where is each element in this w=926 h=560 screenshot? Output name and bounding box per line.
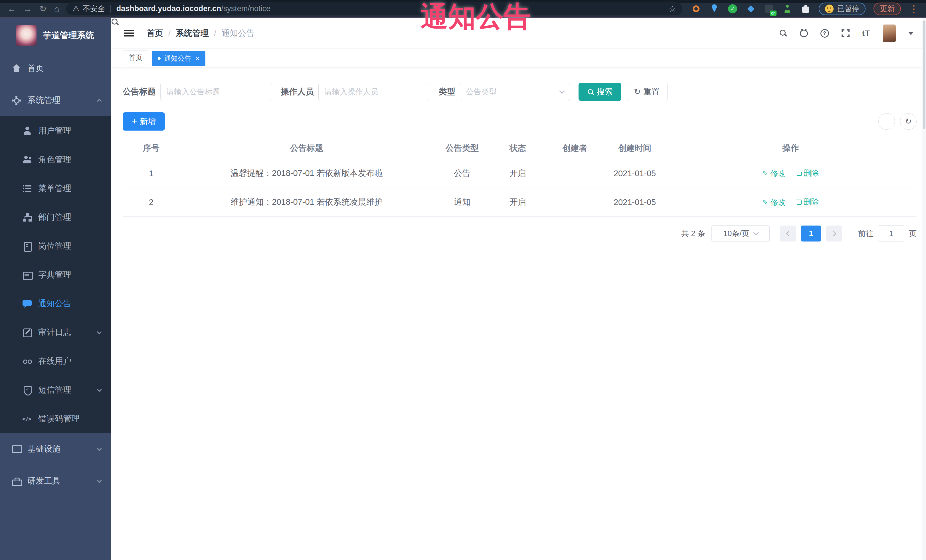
main-content: 首页 / 系统管理 / 通知公告 首页 通知公告 bbox=[111, 18, 926, 560]
search-icon[interactable] bbox=[779, 29, 787, 37]
github-icon[interactable] bbox=[800, 30, 808, 37]
sidebar-item-label: 审计日志 bbox=[38, 327, 71, 338]
tab-close-icon[interactable] bbox=[195, 55, 200, 62]
column-header: 状态 bbox=[491, 143, 545, 154]
breadcrumb-current: 通知公告 bbox=[221, 28, 254, 39]
next-page-button[interactable] bbox=[826, 225, 842, 242]
fullscreen-icon[interactable] bbox=[841, 29, 850, 37]
refresh-table-button[interactable] bbox=[900, 113, 917, 130]
extension-sprout-icon[interactable] bbox=[782, 4, 793, 14]
sidebar-toggle-icon[interactable] bbox=[124, 29, 134, 38]
browser-back-icon[interactable] bbox=[8, 5, 16, 13]
table-toolbar: 新增 bbox=[123, 112, 917, 131]
extension-pin-icon[interactable] bbox=[709, 4, 719, 14]
help-icon[interactable] bbox=[820, 29, 829, 38]
delete-button[interactable]: 删除 bbox=[796, 197, 819, 207]
column-header: 公告类型 bbox=[434, 143, 491, 154]
sidebar-item-dict-management[interactable]: 字典管理 bbox=[0, 260, 111, 289]
profile-paused-chip[interactable]: 已暂停 bbox=[819, 3, 865, 15]
tab-0[interactable]: 首页 bbox=[123, 50, 148, 65]
edit-button[interactable]: 修改 bbox=[762, 169, 786, 179]
emoji-avatar-icon bbox=[825, 5, 834, 13]
sidebar-item-notice-announcement[interactable]: 通知公告 bbox=[0, 289, 111, 318]
filter-type-item: 类型 公告类型 bbox=[439, 83, 570, 101]
sidebar-item-infrastructure[interactable]: 基础设施 bbox=[0, 433, 111, 465]
browser-update-button[interactable]: 更新 bbox=[873, 3, 901, 15]
sidebar-item-menu-management[interactable]: 菜单管理 bbox=[0, 174, 111, 203]
current-page-button[interactable]: 1 bbox=[801, 225, 821, 242]
breadcrumb-separator: / bbox=[168, 29, 171, 38]
app-logo[interactable]: 芋道管理系统 bbox=[0, 18, 111, 53]
chevron-down-icon bbox=[559, 88, 565, 94]
pagination: 共 2 条 10条/页 1 前往 页 bbox=[123, 225, 917, 242]
sidebar-item-system-management[interactable]: 系统管理 bbox=[0, 85, 111, 116]
extension-diamond-icon[interactable] bbox=[746, 4, 756, 14]
page-scrollbar[interactable] bbox=[922, 18, 926, 560]
address-bar[interactable]: 不安全 dashboard.yudao.iocoder.cn/system/no… bbox=[66, 2, 682, 15]
type-select[interactable]: 公告类型 bbox=[460, 83, 570, 101]
extension-green-circle-icon[interactable] bbox=[728, 4, 738, 14]
tags-view-bar: 首页 通知公告 bbox=[111, 48, 926, 67]
sidebar-item-label: 通知公告 bbox=[38, 298, 71, 309]
update-label: 更新 bbox=[880, 4, 895, 14]
sidebar-item-online-users[interactable]: 在线用户 bbox=[0, 347, 111, 376]
prev-page-button[interactable] bbox=[780, 225, 796, 242]
search-button[interactable]: 搜索 bbox=[578, 83, 621, 101]
sidebar-item-role-management[interactable]: 角色管理 bbox=[0, 145, 111, 174]
breadcrumb-system[interactable]: 系统管理 bbox=[176, 28, 209, 39]
extension-orange-ring-icon[interactable] bbox=[691, 4, 701, 14]
online-icon bbox=[22, 356, 32, 366]
scrollbar-thumb[interactable] bbox=[923, 21, 925, 129]
tab-label: 通知公告 bbox=[164, 54, 191, 63]
user-icon bbox=[22, 126, 32, 136]
bookmark-star-icon[interactable] bbox=[669, 4, 676, 14]
browser-menu-icon[interactable] bbox=[909, 3, 918, 15]
sidebar-item-error-code-management[interactable]: 错误码管理 bbox=[0, 404, 111, 433]
sidebar-item-label: 短信管理 bbox=[38, 384, 71, 396]
table-body: 1 温馨提醒：2018-07-01 若依新版本发布啦 公告 开启 2021-01… bbox=[123, 159, 917, 217]
sidebar-item-label: 在线用户 bbox=[38, 356, 71, 367]
users-icon bbox=[22, 155, 32, 165]
reset-button[interactable]: 重置 bbox=[626, 83, 667, 101]
browser-home-icon[interactable] bbox=[54, 4, 59, 14]
header-actions bbox=[779, 24, 914, 42]
font-size-icon[interactable] bbox=[862, 29, 870, 38]
browser-forward-icon[interactable] bbox=[23, 5, 32, 13]
tab-label: 首页 bbox=[129, 53, 142, 62]
extensions-puzzle-icon[interactable] bbox=[800, 4, 811, 14]
extension-switch-icon[interactable]: on bbox=[764, 4, 774, 14]
add-button[interactable]: 新增 bbox=[123, 112, 165, 131]
shield-icon bbox=[22, 385, 32, 395]
edit-button[interactable]: 修改 bbox=[762, 197, 786, 208]
tab-active-dot bbox=[158, 57, 160, 60]
chevron-up-icon bbox=[97, 98, 101, 103]
sidebar-item-audit-log[interactable]: 审计日志 bbox=[0, 318, 111, 347]
page-size-select[interactable]: 10条/页 bbox=[711, 225, 770, 242]
goto-page-input[interactable] bbox=[878, 225, 904, 242]
column-header: 操作 bbox=[665, 143, 917, 154]
browser-reload-icon[interactable] bbox=[39, 5, 47, 13]
goto-label: 前往 bbox=[858, 228, 873, 238]
sidebar-item-dev-tools[interactable]: 研发工具 bbox=[0, 465, 111, 497]
sidebar-item-home[interactable]: 首页 bbox=[0, 53, 111, 85]
breadcrumb-home[interactable]: 首页 bbox=[147, 28, 163, 39]
badge-icon bbox=[22, 241, 32, 251]
operator-filter-input[interactable] bbox=[318, 83, 430, 101]
sidebar-item-post-management[interactable]: 岗位管理 bbox=[0, 231, 111, 260]
sidebar-item-dept-management[interactable]: 部门管理 bbox=[0, 203, 111, 231]
toggle-search-button[interactable] bbox=[878, 113, 895, 130]
sidebar-item-user-management[interactable]: 用户管理 bbox=[0, 116, 111, 145]
avatar-caret-icon[interactable] bbox=[908, 32, 914, 35]
chevron-down-icon bbox=[97, 479, 101, 483]
filter-title-item: 公告标题 bbox=[123, 83, 272, 101]
delete-button[interactable]: 删除 bbox=[796, 168, 819, 178]
title-filter-input[interactable] bbox=[160, 83, 272, 101]
cell-actions: 修改 删除 bbox=[665, 168, 917, 179]
omnibox-divider bbox=[110, 5, 111, 12]
sidebar-item-label: 基础设施 bbox=[27, 444, 61, 455]
user-avatar[interactable] bbox=[883, 24, 896, 42]
sidebar-item-sms-management[interactable]: 短信管理 bbox=[0, 376, 111, 404]
not-secure-label: 不安全 bbox=[83, 4, 105, 14]
column-header: 创建时间 bbox=[605, 143, 665, 154]
tab-1[interactable]: 通知公告 bbox=[152, 51, 206, 66]
